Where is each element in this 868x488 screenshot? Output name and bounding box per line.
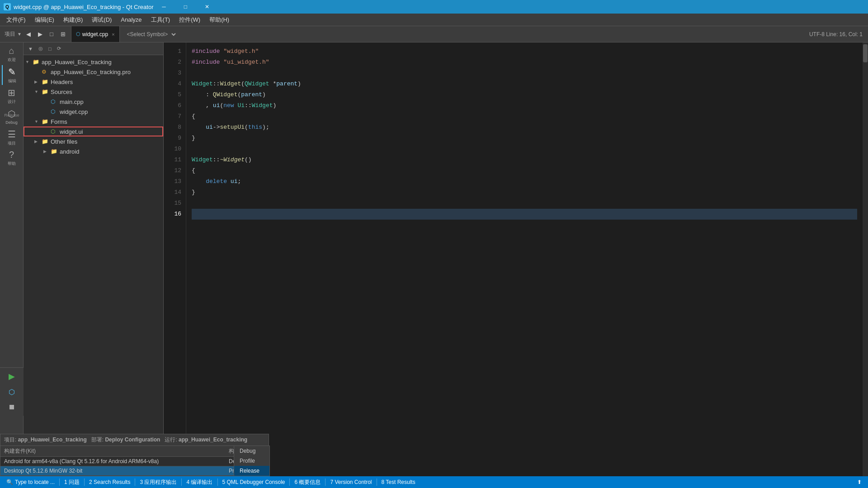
menu-edit[interactable]: 编辑(E) [30,14,59,26]
tree-item-other-files[interactable]: ▶ 📁 Other files [24,136,163,146]
nav-forward-button[interactable]: ▶ [35,29,45,39]
tree-item-android[interactable]: ▶ 📁 android [24,146,163,156]
menu-analyze[interactable]: Analyze [116,14,146,25]
code-line-6: , ui(new Ui::Widget) [192,100,857,111]
tree-item-forms[interactable]: ▼ 📁 Forms [24,117,163,127]
headers-folder-icon: 📁 [42,79,49,85]
tree-item-main-cpp[interactable]: ⬡ main.cpp [24,97,163,107]
run-debug-button[interactable]: ⬡ [2,385,22,399]
menu-file[interactable]: 文件(F) [2,14,30,26]
kit-selector-panel: 项目: app_Huawei_Eco_tracking 部署: Deploy C… [0,434,269,476]
toolbar-dropdown-arrow[interactable]: ▼ [17,32,22,37]
profile-icon: ⚙ [42,69,49,75]
status-issues[interactable]: 1 问题 [61,476,82,488]
menu-help[interactable]: 帮助(H) [205,14,234,26]
forms-folder-icon: 📁 [42,118,49,125]
titlebar: Q widget.cpp @ app_Huawei_Eco_tracking -… [0,0,868,14]
menu-controls[interactable]: 控件(W) [175,14,205,26]
tab-close-button[interactable]: × [112,32,114,37]
close-button[interactable]: ✕ [197,0,217,14]
nav-back-button[interactable]: ◀ [24,29,33,39]
proj-sync-btn[interactable]: ◎ [37,45,45,52]
code-line-1: #include "widget.h" [192,46,857,57]
sidebar-welcome[interactable]: ⌂ 欢迎 [2,44,22,64]
tree-item-sources[interactable]: ▼ 📁 Sources [24,87,163,97]
dropdown-debug[interactable]: Debug [234,446,269,456]
type-to-locate-label: Type to locate ... [15,479,55,485]
status-compile-output[interactable]: 4 编译输出 [184,476,215,488]
editor-area: 1 2 3 4 5 6 7 8 9 10 11 12 13 14 15 16 #… [164,42,868,476]
status-expand-btn[interactable]: ⬆ [854,479,864,485]
proj-collapse-btn[interactable]: □ [47,45,53,52]
status-app-output[interactable]: 3 应用程序输出 [137,476,179,488]
tab-filename: widget.cpp [82,31,108,38]
menu-debug[interactable]: 调试(D) [87,14,116,26]
stop-button[interactable]: ⏹ [2,400,22,414]
release-label: Release [0,113,24,117]
compile-output-label: 4 编译输出 [186,479,212,486]
dropdown-release[interactable]: Release [234,466,269,476]
proj-filter-btn[interactable]: ▼ [26,45,35,52]
code-line-15 [192,198,857,209]
status-sep-5 [217,479,218,486]
project-label: 项目 [5,30,15,38]
code-line-10 [192,144,857,155]
menu-tools[interactable]: 工具(T) [146,14,175,26]
run-button[interactable]: ▶ [2,370,22,383]
other-files-arrow: ▶ [34,139,42,144]
code-editor[interactable]: #include "widget.h" #include "ui_widget.… [186,42,863,476]
welcome-icon: ⌂ [9,46,14,56]
issues-label: 1 问题 [64,479,80,486]
kit-row-android[interactable]: Android for arm64-v8a (Clang Qt 5.12.6 f… [0,457,269,466]
main-cpp-arrow [43,99,51,104]
kit-table-header: 构建套件(Kit) 构建 [0,446,269,457]
code-line-14: } [192,187,857,198]
tree-item-profile[interactable]: ⚙ app_Huawei_Eco_tracking.pro [24,67,163,77]
welcome-label: 欢迎 [8,57,16,63]
tree-item-headers[interactable]: ▶ 📁 Headers [24,77,163,87]
close-doc-button[interactable]: □ [47,29,56,39]
widget-ui-label: widget.ui [60,128,83,135]
minimize-button[interactable]: ─ [153,0,174,14]
sidebar-help[interactable]: ? 帮助 [2,148,22,168]
profile-label: app_Huawei_Eco_tracking.pro [51,69,131,75]
code-line-4: Widget::Widget(QWidget *parent) [192,79,857,89]
tree-item-root[interactable]: ▼ 📁 app_Huawei_Eco_tracking [24,57,163,67]
code-line-12: { [192,165,857,176]
status-search-results[interactable]: 2 Search Results [86,476,133,488]
menu-build[interactable]: 构建(B) [59,14,87,26]
status-test-results[interactable]: 8 Test Results [379,476,418,488]
sidebar-design[interactable]: ⊞ 设计 [2,86,22,106]
sidebar-project[interactable]: ☰ 项目 [2,127,22,147]
android-icon: 📁 [51,148,58,155]
sidebar-edit[interactable]: ✎ 编辑 [2,65,22,85]
dropdown-profile[interactable]: Profile [234,456,269,466]
debug-label: Debug [5,120,18,125]
status-general-info[interactable]: 6 概要信息 [292,476,323,488]
editor-scrollbar[interactable] [863,42,868,476]
help-icon: ? [9,150,14,160]
status-vcs[interactable]: 7 Version Control [327,476,374,488]
status-search[interactable]: 🔍 Type to locate ... [4,476,57,488]
sources-label: Sources [51,89,72,95]
app-icon: Q [4,3,11,10]
search-results-label: 2 Search Results [89,479,130,485]
menubar: 文件(F) 编辑(E) 构建(B) 调试(D) Analyze 工具(T) 控件… [0,14,868,26]
tree-item-widget-cpp[interactable]: ⬡ widget.cpp [24,107,163,117]
status-qml-debugger[interactable]: 5 QML Debugger Console [220,476,288,488]
project-icon: ☰ [8,129,16,140]
help-label: 帮助 [8,161,16,167]
widget-ui-arrow [43,129,51,134]
statusbar: 🔍 Type to locate ... 1 问题 2 Search Resul… [0,476,868,488]
app-output-label: 3 应用程序输出 [140,479,177,486]
symbol-select[interactable]: <Select Symbol> [123,30,177,39]
editor-tab-widget-cpp[interactable]: ⬡ widget.cpp × [71,26,120,42]
widget-ui-icon: ⬡ [51,128,58,135]
proj-refresh-btn[interactable]: ⟳ [55,45,63,52]
kit-row-desktop[interactable]: Desktop Qt 5.12.6 MinGW 32-bit Profile [0,466,269,476]
split-button[interactable]: ⊞ [58,29,68,39]
status-sep-4 [181,479,182,486]
maximize-button[interactable]: □ [175,0,196,14]
search-icon: 🔍 [6,479,13,485]
tree-item-widget-ui[interactable]: ⬡ widget.ui [24,127,163,136]
